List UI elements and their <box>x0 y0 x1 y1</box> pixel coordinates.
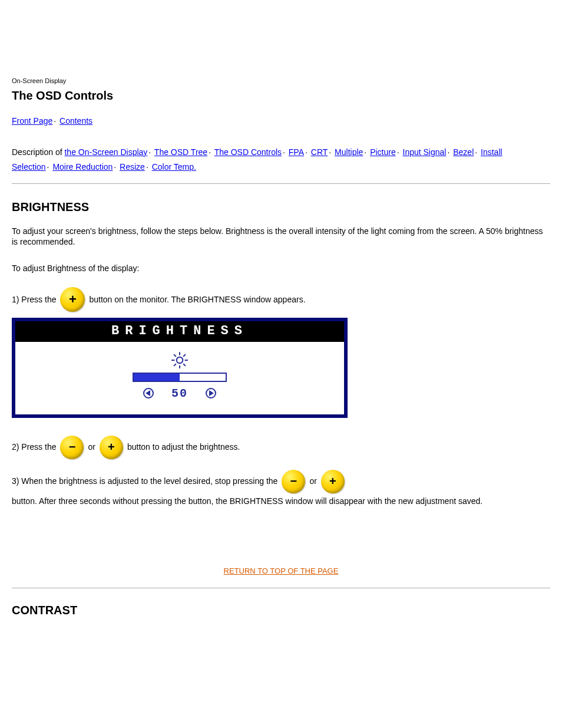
link-resize[interactable]: Resize <box>120 162 145 172</box>
step2-post: button to adjust the brightness. <box>127 442 240 453</box>
minus-button-icon: − <box>60 436 84 459</box>
link-osd-controls[interactable]: The OSD Controls <box>214 147 282 157</box>
minus-button-icon: − <box>282 470 305 493</box>
brightness-progress-bar <box>134 374 180 381</box>
breadcrumb-secondary: Description of the On-Screen Display· Th… <box>12 147 550 158</box>
link-color-temp[interactable]: Color Temp. <box>152 162 196 172</box>
section-subtitle: On-Screen Display <box>12 77 550 85</box>
nav2-prefix: Description of <box>12 147 64 157</box>
return-to-top-link[interactable]: RETURN TO TOP OF THE PAGE <box>224 566 339 575</box>
link-picture[interactable]: Picture <box>370 147 396 157</box>
return-to-top: RETURN TO TOP OF THE PAGE <box>12 566 550 577</box>
osd-left-arrow-icon <box>143 388 154 398</box>
brightness-adjust-intro: To adjust Brightness of the display: <box>12 263 550 274</box>
breadcrumb-primary: Front Page· Contents <box>12 116 550 127</box>
link-install[interactable]: Install <box>481 147 503 157</box>
link-bezel[interactable]: Bezel <box>453 147 474 157</box>
svg-line-5 <box>174 355 176 357</box>
link-fpa[interactable]: FPA <box>289 147 304 157</box>
step3a-pre: 3) When the brightness is adjusted to th… <box>12 476 277 487</box>
osd-right-arrow-icon <box>206 388 216 398</box>
divider <box>12 183 550 184</box>
sun-icon <box>171 351 189 369</box>
osd-panel-title: BRIGHTNESS <box>15 321 344 342</box>
step1-post: button on the monitor. The BRIGHTNESS wi… <box>89 294 305 305</box>
section-title: The OSD Controls <box>12 88 550 104</box>
step2-mid: or <box>88 442 95 453</box>
divider <box>12 588 550 588</box>
plus-button-icon: + <box>100 436 123 459</box>
link-input-signal[interactable]: Input Signal <box>403 147 447 157</box>
brightness-step-3-line1: 3) When the brightness is adjusted to th… <box>12 470 550 493</box>
brightness-step-3-line2: button. After three seconds without pres… <box>12 496 550 507</box>
osd-brightness-panel: BRIGHTNESS 50 <box>12 318 348 418</box>
brightness-value: 50 <box>171 386 188 401</box>
svg-line-8 <box>184 355 186 357</box>
breadcrumb-tertiary: Selection· Moire Reduction· Resize· Colo… <box>12 162 550 173</box>
step3b-text: button. After three seconds without pres… <box>12 496 482 507</box>
step1-pre: 1) Press the <box>12 294 56 305</box>
step3a-mid: or <box>309 476 316 487</box>
svg-line-7 <box>174 364 176 366</box>
link-osd-description[interactable]: the On-Screen Display <box>64 147 147 157</box>
plus-button-icon: + <box>321 470 345 493</box>
brightness-step-2: 2) Press the − or + button to adjust the… <box>12 436 550 459</box>
link-crt[interactable]: CRT <box>311 147 328 157</box>
link-osd-tree[interactable]: The OSD Tree <box>154 147 207 157</box>
link-contents[interactable]: Contents <box>59 116 92 126</box>
plus-button-icon: + <box>60 287 85 312</box>
brightness-step-1: 1) Press the + button on the monitor. Th… <box>12 287 550 312</box>
brightness-progress-track <box>133 373 227 382</box>
brightness-heading: BRIGHTNESS <box>12 199 550 215</box>
link-multiple[interactable]: Multiple <box>335 147 363 157</box>
brightness-description: To adjust your screen's brightness, foll… <box>12 226 550 248</box>
link-selection[interactable]: Selection <box>12 162 46 172</box>
svg-point-0 <box>177 357 183 364</box>
link-moire[interactable]: Moire Reduction <box>52 162 113 172</box>
step2-pre: 2) Press the <box>12 442 56 453</box>
contrast-heading: CONTRAST <box>12 602 550 618</box>
svg-line-6 <box>184 364 186 366</box>
link-front-page[interactable]: Front Page <box>12 116 52 126</box>
